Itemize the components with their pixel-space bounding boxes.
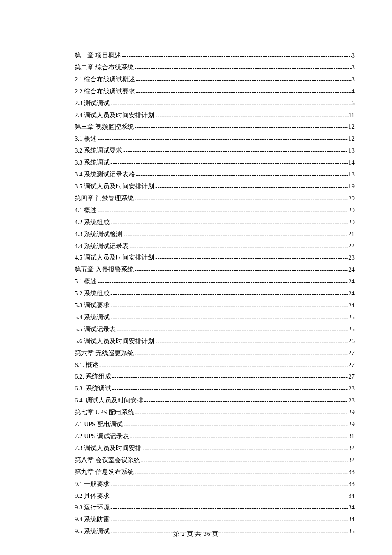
toc-label: 7.2 UPS 调试记录表 [75, 431, 129, 441]
toc-leader: ----------------------------------------… [135, 170, 348, 180]
toc-leader: ----------------------------------------… [141, 443, 348, 454]
toc-page-number: 12 [348, 121, 355, 132]
toc-page-number: 11 [349, 110, 355, 120]
toc-entry: 6.2. 系统组成 ------------------------------… [75, 371, 355, 382]
toc-page-number: 34 [348, 491, 355, 501]
toc-page-number: 3 [352, 74, 355, 84]
toc-entry: 6.4. 调试人员及时间安排 -------------------------… [75, 395, 355, 405]
toc-entry: 4.3 系统调试检测------------------------------… [75, 229, 355, 239]
toc-leader: ----------------------------------------… [97, 277, 348, 287]
toc-page-number: 18 [348, 169, 355, 179]
footer-prefix: 第 [173, 531, 182, 537]
toc-leader: ----------------------------------------… [129, 431, 348, 442]
toc-label: 3.3 系统调试 [75, 157, 110, 168]
toc-page-number: 20 [348, 205, 355, 215]
toc-page-number: 28 [348, 383, 355, 393]
toc-leader: ----------------------------------------… [123, 419, 348, 430]
toc-leader: ----------------------------------------… [97, 205, 348, 216]
toc-entry: 5.1 概述----------------------------------… [75, 276, 355, 286]
toc-label: 3.5 调试人员及时间安排计划 [75, 181, 154, 191]
document-page: 第一章 项目概述--------------------------------… [0, 0, 392, 537]
toc-label: 第八章 会议室会议系统 [75, 455, 140, 465]
footer-suffix: 页 [210, 531, 219, 537]
toc-leader: ----------------------------------------… [154, 253, 348, 263]
toc-leader: ----------------------------------------… [154, 110, 349, 121]
toc-leader: ----------------------------------------… [116, 324, 348, 335]
toc-leader: ----------------------------------------… [110, 217, 348, 228]
toc-label: 第七章 UPS 配电系统 [75, 407, 134, 417]
toc-label: 4.2 系统组成 [75, 217, 110, 227]
toc-entry: 3.3 系统调试--------------------------------… [75, 157, 355, 168]
toc-leader: ----------------------------------------… [134, 122, 349, 132]
toc-label: 2.2 综合布线调试要求 [75, 86, 135, 96]
toc-leader: ----------------------------------------… [134, 408, 349, 418]
toc-leader: ----------------------------------------… [97, 134, 348, 144]
toc-page-number: 21 [348, 229, 355, 239]
toc-label: 第四章 门禁管理系统 [75, 193, 134, 203]
toc-leader: ----------------------------------------… [110, 98, 351, 109]
toc-entry: 5.4 系统调试--------------------------------… [75, 312, 355, 322]
toc-label: 6.1. 概述 [75, 360, 98, 370]
toc-leader: ----------------------------------------… [129, 241, 348, 251]
toc-label: 9.1 一般要求 [75, 479, 110, 489]
toc-page-number: 33 [348, 479, 355, 489]
toc-label: 9.2 具体要求 [75, 491, 110, 501]
toc-label: 5.4 系统调试 [75, 312, 110, 322]
toc-leader: ----------------------------------------… [110, 301, 348, 311]
toc-label: 4.4 系统调试记录表 [75, 241, 129, 251]
toc-page-number: 26 [348, 336, 355, 346]
toc-label: 9.4 系统防雷 [75, 514, 110, 524]
toc-entry: 2.3 测试调试 -------------------------------… [75, 98, 355, 108]
toc-entry: 3.4 系统测试记录表格----------------------------… [75, 169, 355, 179]
toc-entry: 2.1 综合布线调试概述 ---------------------------… [75, 74, 355, 84]
toc-page-number: 25 [348, 312, 355, 322]
toc-leader: ----------------------------------------… [135, 75, 351, 85]
toc-leader: ----------------------------------------… [110, 289, 348, 299]
toc-label: 6.3. 系统调试 [75, 383, 111, 393]
toc-label: 7.1 UPS 配电调试 [75, 419, 123, 429]
toc-page-number: 22 [348, 241, 355, 251]
toc-leader: ----------------------------------------… [134, 467, 349, 477]
toc-entry: 5.3 调试要求 -------------------------------… [75, 300, 355, 310]
toc-entry: 第八章 会议室会议系统 ----------------------------… [75, 455, 355, 465]
toc-entry: 5.5 调试记录表-------------------------------… [75, 324, 355, 334]
toc-label: 5.2 系统组成 [75, 288, 110, 298]
toc-page-number: 24 [348, 276, 355, 286]
toc-entry: 6.3. 系统调试 ------------------------------… [75, 383, 355, 393]
toc-page-number: 20 [348, 217, 355, 227]
toc-entry: 9.3 运行环境--------------------------------… [75, 502, 355, 512]
toc-page-number: 31 [348, 431, 355, 441]
toc-entry: 第六章 无线巡更系统 -----------------------------… [75, 348, 355, 358]
toc-entry: 4.1 概述 ---------------------------------… [75, 205, 355, 215]
page-footer: 第 2 页 共 36 页 [0, 530, 392, 538]
toc-label: 6.2. 系统组成 [75, 371, 111, 382]
toc-label: 5.5 调试记录表 [75, 324, 116, 334]
footer-middle: 页 共 [185, 531, 204, 537]
toc-leader: ----------------------------------------… [134, 194, 349, 204]
toc-leader: ----------------------------------------… [122, 229, 348, 240]
toc-label: 4.3 系统调试检测 [75, 229, 122, 239]
toc-label: 5.6 调试人员及时间安排计划 [75, 336, 154, 346]
toc-entry: 6.1. 概述 --------------------------------… [75, 360, 355, 370]
toc-page-number: 27 [348, 348, 355, 358]
toc-entry: 第五章 入侵报警系统 -----------------------------… [75, 264, 355, 275]
toc-page-number: 19 [348, 181, 355, 191]
toc-leader: ----------------------------------------… [122, 146, 348, 156]
toc-entry: 4.5 调试人员及时间安排计划 ------------------------… [75, 252, 355, 263]
toc-page-number: 29 [348, 419, 355, 429]
toc-page-number: 23 [348, 252, 355, 263]
toc-leader: ----------------------------------------… [110, 158, 348, 168]
toc-entry: 5.6 调试人员及时间安排计划 ------------------------… [75, 336, 355, 346]
toc-page-number: 24 [348, 264, 355, 275]
toc-page-number: 4 [352, 86, 355, 96]
toc-page-number: 3 [352, 62, 355, 72]
toc-entry: 9.1 一般要求--------------------------------… [75, 479, 355, 489]
toc-entry: 4.2 系统组成 -------------------------------… [75, 217, 355, 227]
toc-leader: ----------------------------------------… [110, 491, 348, 501]
toc-label: 4.5 调试人员及时间安排计划 [75, 252, 154, 263]
toc-leader: ----------------------------------------… [154, 182, 348, 192]
toc-entry: 4.4 系统调试记录表-----------------------------… [75, 241, 355, 251]
toc-label: 2.1 综合布线调试概述 [75, 74, 135, 84]
toc-label: 第二章 综合布线系统 [75, 62, 134, 72]
toc-page-number: 13 [348, 145, 355, 156]
